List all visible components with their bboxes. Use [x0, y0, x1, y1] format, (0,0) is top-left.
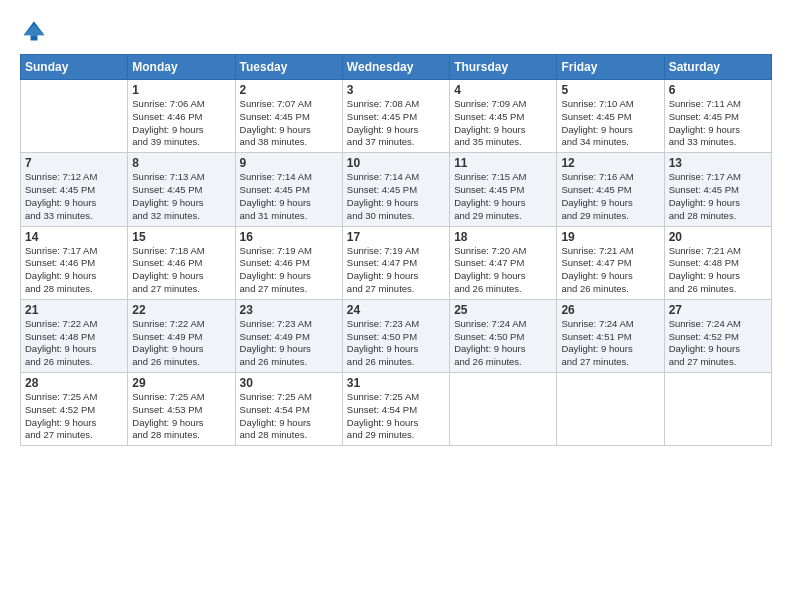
day-cell: 4Sunrise: 7:09 AM Sunset: 4:45 PM Daylig… [450, 80, 557, 153]
day-cell: 29Sunrise: 7:25 AM Sunset: 4:53 PM Dayli… [128, 373, 235, 446]
logo [20, 16, 52, 44]
day-header-friday: Friday [557, 55, 664, 80]
day-header-saturday: Saturday [664, 55, 771, 80]
day-number: 31 [347, 376, 445, 390]
day-cell: 21Sunrise: 7:22 AM Sunset: 4:48 PM Dayli… [21, 299, 128, 372]
day-cell: 23Sunrise: 7:23 AM Sunset: 4:49 PM Dayli… [235, 299, 342, 372]
day-number: 22 [132, 303, 230, 317]
day-info: Sunrise: 7:21 AM Sunset: 4:47 PM Dayligh… [561, 245, 659, 296]
day-cell: 30Sunrise: 7:25 AM Sunset: 4:54 PM Dayli… [235, 373, 342, 446]
day-info: Sunrise: 7:19 AM Sunset: 4:47 PM Dayligh… [347, 245, 445, 296]
header [20, 16, 772, 44]
day-info: Sunrise: 7:17 AM Sunset: 4:46 PM Dayligh… [25, 245, 123, 296]
day-header-tuesday: Tuesday [235, 55, 342, 80]
day-info: Sunrise: 7:23 AM Sunset: 4:50 PM Dayligh… [347, 318, 445, 369]
day-number: 1 [132, 83, 230, 97]
day-number: 7 [25, 156, 123, 170]
day-number: 13 [669, 156, 767, 170]
day-cell: 1Sunrise: 7:06 AM Sunset: 4:46 PM Daylig… [128, 80, 235, 153]
day-info: Sunrise: 7:22 AM Sunset: 4:48 PM Dayligh… [25, 318, 123, 369]
day-info: Sunrise: 7:16 AM Sunset: 4:45 PM Dayligh… [561, 171, 659, 222]
day-cell: 26Sunrise: 7:24 AM Sunset: 4:51 PM Dayli… [557, 299, 664, 372]
day-info: Sunrise: 7:25 AM Sunset: 4:52 PM Dayligh… [25, 391, 123, 442]
day-cell: 20Sunrise: 7:21 AM Sunset: 4:48 PM Dayli… [664, 226, 771, 299]
day-cell: 25Sunrise: 7:24 AM Sunset: 4:50 PM Dayli… [450, 299, 557, 372]
svg-marker-2 [24, 25, 45, 36]
day-cell: 19Sunrise: 7:21 AM Sunset: 4:47 PM Dayli… [557, 226, 664, 299]
day-number: 12 [561, 156, 659, 170]
day-info: Sunrise: 7:25 AM Sunset: 4:54 PM Dayligh… [240, 391, 338, 442]
week-row-4: 28Sunrise: 7:25 AM Sunset: 4:52 PM Dayli… [21, 373, 772, 446]
logo-icon [20, 16, 48, 44]
day-number: 11 [454, 156, 552, 170]
day-header-monday: Monday [128, 55, 235, 80]
day-cell: 9Sunrise: 7:14 AM Sunset: 4:45 PM Daylig… [235, 153, 342, 226]
calendar-table: SundayMondayTuesdayWednesdayThursdayFrid… [20, 54, 772, 446]
day-number: 6 [669, 83, 767, 97]
day-info: Sunrise: 7:17 AM Sunset: 4:45 PM Dayligh… [669, 171, 767, 222]
day-info: Sunrise: 7:25 AM Sunset: 4:54 PM Dayligh… [347, 391, 445, 442]
day-cell [557, 373, 664, 446]
day-info: Sunrise: 7:14 AM Sunset: 4:45 PM Dayligh… [240, 171, 338, 222]
day-info: Sunrise: 7:24 AM Sunset: 4:50 PM Dayligh… [454, 318, 552, 369]
day-number: 9 [240, 156, 338, 170]
day-info: Sunrise: 7:06 AM Sunset: 4:46 PM Dayligh… [132, 98, 230, 149]
day-cell: 15Sunrise: 7:18 AM Sunset: 4:46 PM Dayli… [128, 226, 235, 299]
day-cell: 3Sunrise: 7:08 AM Sunset: 4:45 PM Daylig… [342, 80, 449, 153]
day-number: 29 [132, 376, 230, 390]
day-cell: 6Sunrise: 7:11 AM Sunset: 4:45 PM Daylig… [664, 80, 771, 153]
day-cell: 24Sunrise: 7:23 AM Sunset: 4:50 PM Dayli… [342, 299, 449, 372]
day-info: Sunrise: 7:11 AM Sunset: 4:45 PM Dayligh… [669, 98, 767, 149]
day-number: 15 [132, 230, 230, 244]
day-cell: 14Sunrise: 7:17 AM Sunset: 4:46 PM Dayli… [21, 226, 128, 299]
day-info: Sunrise: 7:18 AM Sunset: 4:46 PM Dayligh… [132, 245, 230, 296]
day-number: 4 [454, 83, 552, 97]
day-cell: 7Sunrise: 7:12 AM Sunset: 4:45 PM Daylig… [21, 153, 128, 226]
week-row-0: 1Sunrise: 7:06 AM Sunset: 4:46 PM Daylig… [21, 80, 772, 153]
day-header-wednesday: Wednesday [342, 55, 449, 80]
day-number: 20 [669, 230, 767, 244]
day-cell: 31Sunrise: 7:25 AM Sunset: 4:54 PM Dayli… [342, 373, 449, 446]
day-info: Sunrise: 7:15 AM Sunset: 4:45 PM Dayligh… [454, 171, 552, 222]
day-info: Sunrise: 7:25 AM Sunset: 4:53 PM Dayligh… [132, 391, 230, 442]
day-info: Sunrise: 7:10 AM Sunset: 4:45 PM Dayligh… [561, 98, 659, 149]
day-info: Sunrise: 7:24 AM Sunset: 4:52 PM Dayligh… [669, 318, 767, 369]
day-number: 23 [240, 303, 338, 317]
day-number: 19 [561, 230, 659, 244]
day-number: 3 [347, 83, 445, 97]
day-number: 28 [25, 376, 123, 390]
day-number: 27 [669, 303, 767, 317]
day-info: Sunrise: 7:19 AM Sunset: 4:46 PM Dayligh… [240, 245, 338, 296]
day-info: Sunrise: 7:12 AM Sunset: 4:45 PM Dayligh… [25, 171, 123, 222]
day-cell [21, 80, 128, 153]
day-number: 18 [454, 230, 552, 244]
day-header-sunday: Sunday [21, 55, 128, 80]
header-row: SundayMondayTuesdayWednesdayThursdayFrid… [21, 55, 772, 80]
day-info: Sunrise: 7:09 AM Sunset: 4:45 PM Dayligh… [454, 98, 552, 149]
day-number: 21 [25, 303, 123, 317]
week-row-1: 7Sunrise: 7:12 AM Sunset: 4:45 PM Daylig… [21, 153, 772, 226]
day-cell: 2Sunrise: 7:07 AM Sunset: 4:45 PM Daylig… [235, 80, 342, 153]
day-info: Sunrise: 7:08 AM Sunset: 4:45 PM Dayligh… [347, 98, 445, 149]
day-number: 24 [347, 303, 445, 317]
day-info: Sunrise: 7:20 AM Sunset: 4:47 PM Dayligh… [454, 245, 552, 296]
svg-rect-3 [31, 35, 38, 40]
day-number: 17 [347, 230, 445, 244]
day-number: 25 [454, 303, 552, 317]
day-number: 5 [561, 83, 659, 97]
day-cell: 18Sunrise: 7:20 AM Sunset: 4:47 PM Dayli… [450, 226, 557, 299]
day-info: Sunrise: 7:21 AM Sunset: 4:48 PM Dayligh… [669, 245, 767, 296]
week-row-2: 14Sunrise: 7:17 AM Sunset: 4:46 PM Dayli… [21, 226, 772, 299]
day-cell: 11Sunrise: 7:15 AM Sunset: 4:45 PM Dayli… [450, 153, 557, 226]
day-cell: 10Sunrise: 7:14 AM Sunset: 4:45 PM Dayli… [342, 153, 449, 226]
day-info: Sunrise: 7:07 AM Sunset: 4:45 PM Dayligh… [240, 98, 338, 149]
day-cell: 17Sunrise: 7:19 AM Sunset: 4:47 PM Dayli… [342, 226, 449, 299]
page: SundayMondayTuesdayWednesdayThursdayFrid… [0, 0, 792, 612]
day-number: 16 [240, 230, 338, 244]
day-number: 26 [561, 303, 659, 317]
day-cell: 12Sunrise: 7:16 AM Sunset: 4:45 PM Dayli… [557, 153, 664, 226]
day-cell: 8Sunrise: 7:13 AM Sunset: 4:45 PM Daylig… [128, 153, 235, 226]
day-number: 10 [347, 156, 445, 170]
day-cell: 13Sunrise: 7:17 AM Sunset: 4:45 PM Dayli… [664, 153, 771, 226]
day-cell: 27Sunrise: 7:24 AM Sunset: 4:52 PM Dayli… [664, 299, 771, 372]
